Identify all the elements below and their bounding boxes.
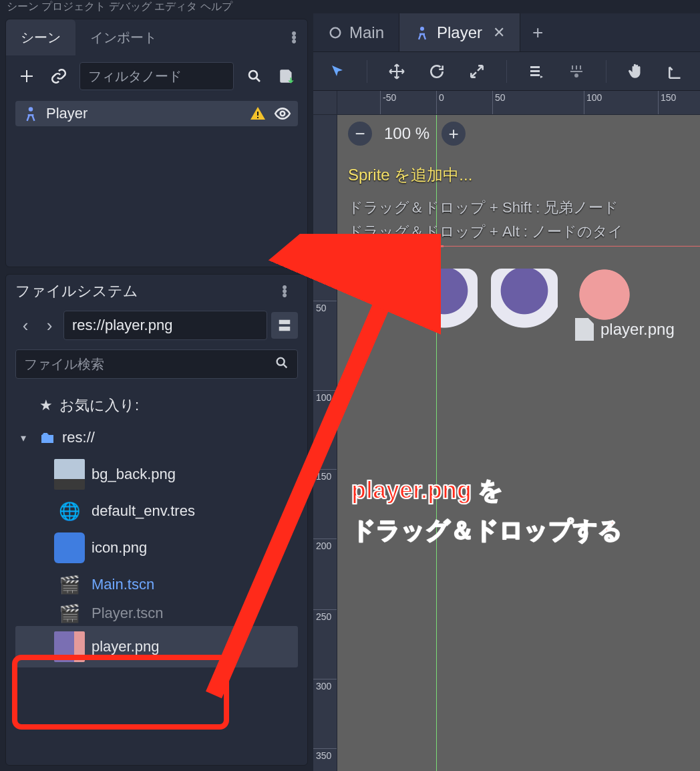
node-name: Player [46, 105, 88, 122]
nav-forward-icon[interactable]: › [39, 312, 59, 339]
rotate-tool-icon[interactable] [426, 61, 448, 82]
ruler-tool-icon[interactable] [665, 61, 687, 82]
editor-tab-main[interactable]: Main [313, 13, 399, 51]
filter-nodes-input[interactable]: フィルタノード [79, 62, 234, 90]
svg-point-9 [420, 27, 424, 31]
filesystem-panel: ファイルシステム ••• ‹ › res://player.png ファイル検索 [5, 274, 308, 766]
thumbnail-icon [54, 459, 85, 490]
list-select-icon[interactable] [526, 61, 547, 82]
file-row-player-tscn[interactable]: 🎬 Player.tscn [15, 601, 307, 626]
file-search-input[interactable]: ファイル検索 [15, 349, 298, 379]
hint-line: ドラッグ＆ドロップ + Alt : ノードのタイ [348, 222, 623, 242]
svg-rect-11 [530, 70, 540, 72]
file-label: default_env.tres [92, 502, 195, 520]
svg-point-13 [575, 74, 578, 77]
file-row-icon[interactable]: icon.png [15, 527, 307, 569]
scene-icon: 🎬 [54, 575, 85, 595]
thumbnail-icon [54, 532, 85, 563]
svg-point-7 [277, 357, 285, 365]
kinematic-body-icon [414, 25, 430, 41]
scale-tool-icon[interactable] [466, 61, 488, 82]
file-label: player.png [92, 638, 160, 655]
tab-label: Player [437, 23, 482, 42]
file-row-bg-back[interactable]: bg_back.png [15, 454, 307, 495]
hint-line: ドラッグ＆ドロップ + Shift : 兄弟ノード [348, 198, 619, 218]
svg-point-8 [331, 27, 341, 37]
filesystem-title: ファイルシステム [15, 281, 138, 301]
warning-icon[interactable] [250, 106, 266, 122]
scene-icon: 🎬 [54, 603, 85, 624]
file-label: Player.tscn [92, 605, 164, 622]
svg-rect-10 [530, 66, 540, 68]
folder-icon: 🖿 [39, 428, 55, 447]
add-node-icon[interactable] [15, 65, 38, 88]
favorites-row[interactable]: ★ お気に入り: [15, 390, 307, 422]
file-label: Main.tscn [92, 576, 154, 593]
scene-root-node[interactable]: Player [15, 101, 298, 126]
tab-label: Main [349, 23, 384, 42]
tab-import[interactable]: インポート [75, 19, 172, 55]
svg-rect-12 [530, 74, 540, 76]
favorites-label: お気に入り: [59, 396, 139, 416]
visibility-icon[interactable] [274, 105, 291, 122]
viewport[interactable]: -50 0 50 100 150 0 50 100 150 200 250 30… [313, 91, 700, 771]
editor-tab-player[interactable]: Player ✕ [399, 13, 520, 51]
drag-label: player.png [600, 320, 675, 339]
file-row-default-env[interactable]: 🌐 default_env.tres [15, 495, 307, 527]
nav-back-icon[interactable]: ‹ [15, 312, 35, 339]
svg-point-1 [29, 107, 33, 112]
sprite-preview [491, 269, 558, 342]
star-icon: ★ [39, 397, 53, 414]
editor-toolbar [313, 52, 700, 91]
zoom-in-button[interactable]: + [442, 122, 466, 146]
zoom-level[interactable]: 100 % [384, 124, 429, 143]
root-label: res:// [62, 429, 95, 446]
select-tool-icon[interactable] [327, 61, 348, 82]
file-row-main-tscn[interactable]: 🎬 Main.tscn [15, 569, 307, 601]
scene-panel: シーン インポート ••• フィルタノード [5, 19, 308, 267]
search-icon [275, 355, 289, 373]
close-icon[interactable]: ✕ [493, 24, 505, 41]
thumbnail-icon [54, 631, 85, 662]
snap-tool-icon[interactable] [566, 61, 587, 82]
svg-rect-6 [279, 327, 291, 331]
drag-ghost: player.png [575, 318, 675, 341]
move-tool-icon[interactable] [386, 61, 407, 82]
zoom-controls: − 100 % + [348, 122, 466, 146]
svg-rect-3 [257, 117, 258, 118]
root-folder-row[interactable]: ▾ 🖿 res:// [15, 422, 307, 454]
search-placeholder: ファイル検索 [24, 355, 104, 373]
path-input[interactable]: res://player.png [63, 311, 267, 340]
file-label: bg_back.png [92, 466, 176, 483]
file-tree: ★ お気に入り: ▾ 🖿 res:// bg_back.png 🌐 defaul… [6, 384, 307, 675]
search-icon[interactable] [243, 65, 266, 88]
svg-point-0 [249, 71, 257, 79]
svg-rect-2 [257, 112, 258, 116]
ruler-corner [313, 91, 337, 115]
sprite-preview [411, 269, 478, 342]
pan-tool-icon[interactable] [625, 61, 647, 82]
environment-icon: 🌐 [54, 501, 85, 522]
file-row-player-png[interactable]: player.png [15, 626, 298, 667]
editor-tabs: Main Player ✕ + [313, 13, 700, 52]
add-tab-icon[interactable]: + [520, 22, 555, 43]
hint-title: Sprite を追加中... [348, 164, 472, 186]
zoom-out-button[interactable]: − [348, 122, 372, 146]
panel-menu-icon[interactable]: ••• [271, 285, 298, 297]
svg-rect-5 [279, 320, 291, 324]
ruler-horizontal: -50 0 50 100 150 [337, 91, 700, 115]
x-axis-line [337, 246, 700, 247]
file-label: icon.png [92, 539, 147, 557]
tab-scene[interactable]: シーン [6, 19, 75, 55]
split-mode-icon[interactable] [271, 312, 298, 339]
kinematic-body-icon [22, 105, 39, 122]
panel-menu-icon[interactable]: ••• [281, 31, 307, 43]
attach-script-icon[interactable] [275, 65, 298, 88]
menu-bar[interactable]: シーン プロジェクト デバッグ エディタ ヘルプ [0, 0, 700, 13]
ruler-vertical: 0 50 100 150 200 250 300 350 [313, 115, 337, 771]
chevron-down-icon: ▾ [21, 432, 33, 444]
link-icon[interactable] [47, 65, 70, 88]
svg-point-4 [281, 112, 285, 116]
circle-icon [328, 25, 343, 40]
file-icon [575, 318, 594, 341]
